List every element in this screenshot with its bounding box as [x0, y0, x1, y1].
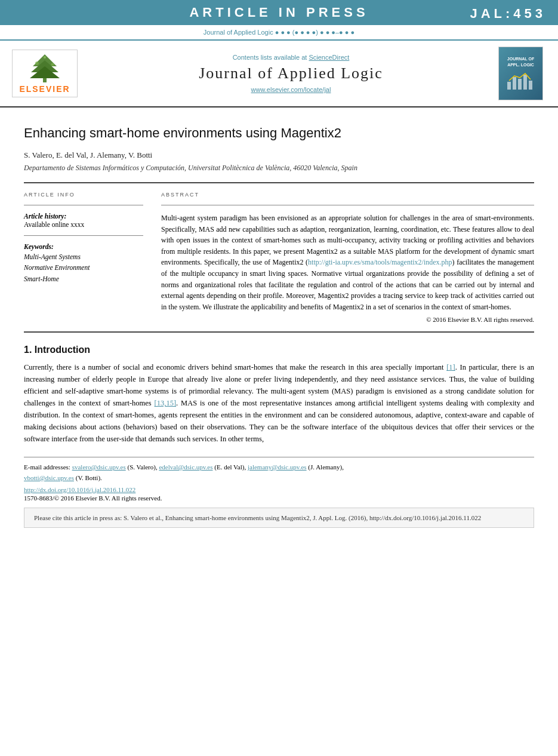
magentix2-link[interactable]: http://gti-ia.upv.es/sma/tools/magentix2… — [308, 258, 452, 266]
available-online: Available online xxxx — [24, 221, 143, 228]
article-info-label: ARTICLE INFO — [24, 192, 143, 198]
sciencedirect-link[interactable]: ScienceDirect — [309, 54, 349, 61]
article-title: Enhancing smart-home environments using … — [24, 125, 534, 141]
svg-point-5 — [51, 63, 54, 66]
cover-image-placeholder: JOURNAL OF APPL. LOGIC — [498, 47, 543, 100]
email4-link[interactable]: vbotti@dsic.upv.es — [24, 474, 74, 481]
email2-link[interactable]: edelval@dsic.upv.es — [159, 463, 212, 471]
author1-label: (S. Valero), — [127, 463, 157, 471]
introduction-paragraph-1: Currently, there is a number of social a… — [24, 361, 534, 445]
citation-text: Please cite this article in press as: S.… — [34, 514, 481, 521]
citation-bar: Please cite this article in press as: S.… — [24, 508, 534, 528]
ref-13-15-link[interactable]: [13,15] — [155, 399, 176, 407]
doi-link[interactable]: http://dx.doi.org/10.1016/j.jal.2016.11.… — [24, 486, 135, 493]
svg-rect-8 — [513, 77, 516, 90]
main-content: Enhancing smart-home environments using … — [0, 107, 558, 540]
emails-label: E-mail addresses: — [24, 463, 70, 471]
elsevier-logo-box: ELSEVIER — [12, 50, 78, 97]
separator-after-affiliation — [24, 182, 534, 183]
journal-subtitle-text: Journal of Applied Logic ● ● ● (● ● ● ●)… — [204, 29, 354, 36]
journal-subtitle-line: Journal of Applied Logic ● ● ● (● ● ● ●)… — [0, 25, 558, 41]
issn-line: 1570-8683/© 2016 Elsevier B.V. All right… — [24, 494, 534, 502]
separator-info-top — [24, 205, 143, 205]
intro-text-1: Currently, there is a number of social a… — [24, 363, 446, 371]
article-in-press-banner: ARTICLE IN PRESS JAL:453 — [0, 0, 558, 25]
svg-rect-7 — [507, 82, 511, 90]
doi-link-line: http://dx.doi.org/10.1016/j.jal.2016.11.… — [24, 486, 534, 493]
keywords-list: Multi-Agent Systems Normative Environmen… — [24, 251, 143, 284]
copyright-text: © 2016 Elsevier B.V. All rights reserved… — [161, 316, 534, 323]
keyword-1: Multi-Agent Systems — [24, 251, 143, 262]
svg-point-4 — [35, 62, 39, 65]
footer-footnotes: E-mail addresses: svalero@dsic.upv.es (S… — [24, 457, 534, 501]
introduction-title: 1. Introduction — [24, 345, 534, 355]
separator-info-mid — [24, 235, 143, 236]
svg-rect-11 — [529, 81, 532, 90]
abstract-col: ABSTRACT Multi-agent system paradigm has… — [161, 192, 534, 323]
cover-chart-icon — [506, 70, 536, 91]
elsevier-tree-icon — [24, 51, 66, 84]
article-info-abstract-section: ARTICLE INFO Article history: Available … — [24, 192, 534, 323]
ref-1-link[interactable]: [1] — [446, 363, 455, 371]
banner-text: ARTICLE IN PRESS — [189, 5, 368, 20]
svg-rect-9 — [518, 79, 522, 90]
cover-label: JOURNAL OF APPL. LOGIC — [501, 56, 540, 67]
article-info-col: ARTICLE INFO Article history: Available … — [24, 192, 143, 323]
svg-rect-10 — [523, 75, 527, 90]
keyword-3: Smart-Home — [24, 273, 143, 284]
journal-center-block: Contents lists available at ScienceDirec… — [84, 54, 498, 93]
journal-cover: JOURNAL OF APPL. LOGIC — [498, 47, 546, 100]
journal-header: ELSEVIER Contents lists available at Sci… — [0, 41, 558, 107]
email3-link[interactable]: jalemany@dsic.upv.es — [248, 463, 307, 471]
separator-after-abstract — [24, 331, 534, 333]
author4-label: (V. Botti). — [76, 474, 102, 481]
keyword-2: Normative Environment — [24, 262, 143, 273]
journal-url-link[interactable]: www.elsevier.com/locate/jal — [251, 86, 331, 93]
abstract-text: Multi-agent system paradigm has been env… — [161, 213, 534, 312]
sciencedirect-text: Contents lists available at ScienceDirec… — [84, 54, 498, 61]
abstract-label: ABSTRACT — [161, 192, 534, 198]
elsevier-logo: ELSEVIER — [12, 50, 84, 97]
elsevier-text: ELSEVIER — [19, 84, 70, 94]
author2-label: (E. del Val), — [214, 463, 246, 471]
keywords-header: Keywords: — [24, 243, 143, 250]
email1-link[interactable]: svalero@dsic.upv.es — [72, 463, 126, 471]
jal-reference: JAL:453 — [470, 6, 546, 21]
article-history-header: Article history: — [24, 213, 143, 220]
affiliation: Departamento de Sistemas Informáticos y … — [24, 164, 534, 173]
authors-line: S. Valero, E. del Val, J. Alemany, V. Bo… — [24, 150, 534, 160]
journal-name-header: Journal of Applied Logic — [84, 64, 498, 82]
journal-url: www.elsevier.com/locate/jal — [84, 86, 498, 93]
separator-abstract-top — [161, 205, 534, 205]
author3-label: (J. Alemany), — [308, 463, 344, 471]
email-footnotes: E-mail addresses: svalero@dsic.upv.es (S… — [24, 462, 534, 483]
svg-point-6 — [44, 56, 46, 59]
